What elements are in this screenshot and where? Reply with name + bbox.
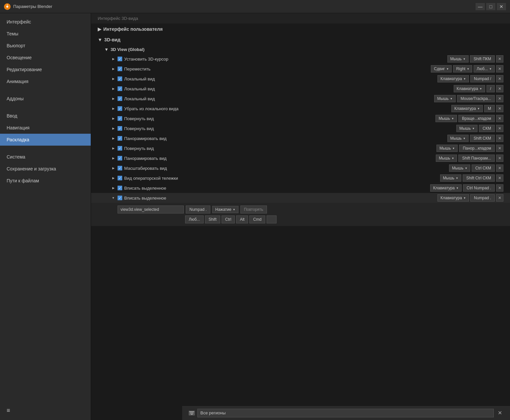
key-fit-1[interactable]: Ctrl Numpad . xyxy=(463,184,495,192)
remove-fit-2[interactable]: ✕ xyxy=(496,194,503,202)
expander-fit-2[interactable]: ▼ xyxy=(111,196,116,200)
sidebar-item-viewport[interactable]: Вьюпорт xyxy=(0,40,91,52)
expander-move[interactable]: ▶ xyxy=(111,67,116,71)
input-type-local-1[interactable]: Клавиатура ▼ xyxy=(437,75,469,82)
input-any-move[interactable]: Люб... ▼ xyxy=(474,65,495,72)
repeat-btn[interactable]: Повторять xyxy=(240,206,267,213)
checkbox-rotate-3[interactable]: ✓ xyxy=(118,146,122,151)
sidebar-item-themes[interactable]: Темы xyxy=(0,28,91,40)
ctrl-modifier-btn[interactable]: Ctrl xyxy=(222,215,235,223)
sidebar-item-navigation[interactable]: Навигация xyxy=(0,122,91,134)
checkbox-local-3[interactable]: ✓ xyxy=(118,96,122,101)
input-type-set-cursor[interactable]: Мышь ▼ xyxy=(447,55,469,63)
maximize-button[interactable]: □ xyxy=(486,3,495,10)
input-type-pan-2[interactable]: Мышь ▼ xyxy=(436,155,457,162)
key-rotate-2[interactable]: СКМ xyxy=(479,125,495,132)
input-dir-move[interactable]: Right ▼ xyxy=(453,65,472,72)
title-bar-controls[interactable]: — □ ✕ xyxy=(476,3,506,10)
key-rotate-1[interactable]: Враще...кпадом xyxy=(458,115,495,122)
expander-rotate-2[interactable]: ▶ xyxy=(111,126,116,131)
filter-icon[interactable] xyxy=(189,411,195,415)
remove-local-1[interactable]: ✕ xyxy=(496,75,503,82)
section-user-interface[interactable]: ▶ Интерфейс пользователя xyxy=(91,24,510,34)
sidebar-item-file-paths[interactable]: Пути к файлам xyxy=(0,175,91,187)
remove-local-2[interactable]: ✕ xyxy=(496,85,503,92)
expander-remove-local[interactable]: ▶ xyxy=(111,106,116,111)
sidebar-item-save-load[interactable]: Сохранение и загрузка xyxy=(0,163,91,175)
input-type-local-3[interactable]: Мышь ▼ xyxy=(434,95,455,102)
input-type-rotate-1[interactable]: Мышь ▼ xyxy=(435,115,457,122)
checkbox-fit-2[interactable]: ✓ xyxy=(118,196,122,200)
key-pan-2[interactable]: Shift Панорам... xyxy=(458,155,495,162)
section-3d-global[interactable]: ▼ 3D View (Global) xyxy=(91,45,510,54)
section-3d-view[interactable]: ▼ 3D-вид xyxy=(91,34,510,45)
key-local-3[interactable]: Mouse/Trackpa... xyxy=(457,95,495,102)
checkbox-move[interactable]: ✓ xyxy=(118,67,122,71)
input-type-fit-1[interactable]: Клавиатура ▼ xyxy=(430,184,462,192)
op-id-input[interactable] xyxy=(118,206,184,213)
checkbox-rotate-2[interactable]: ✓ xyxy=(118,126,122,131)
checkbox-fit-1[interactable]: ✓ xyxy=(118,186,122,190)
input-mod-move[interactable]: Сдвиг ▼ xyxy=(431,65,452,72)
hamburger-menu[interactable]: ≡ xyxy=(0,404,91,417)
remove-remove-local[interactable]: ✕ xyxy=(496,105,503,112)
checkbox-local-1[interactable]: ✓ xyxy=(118,76,122,81)
expander-zoom[interactable]: ▶ xyxy=(111,166,116,170)
input-type-zoom[interactable]: Мышь ▼ xyxy=(449,164,470,172)
sidebar-item-interface[interactable]: Интерфейс xyxy=(0,16,91,28)
sidebar-item-system[interactable]: Система xyxy=(0,151,91,163)
input-type-rotate-2[interactable]: Мышь ▼ xyxy=(456,125,478,132)
remove-set-cursor[interactable]: ✕ xyxy=(496,55,503,63)
remove-pan-1[interactable]: ✕ xyxy=(496,135,503,142)
filter-clear-button[interactable]: ✕ xyxy=(496,410,503,416)
checkbox-rotate-1[interactable]: ✓ xyxy=(118,116,122,121)
sidebar-item-keymap[interactable]: Раскладка xyxy=(0,134,91,146)
shift-modifier-btn[interactable]: Shift xyxy=(205,215,220,223)
minimize-button[interactable]: — xyxy=(476,3,485,10)
expander-fit-1[interactable]: ▶ xyxy=(111,186,116,190)
remove-zoom[interactable]: ✕ xyxy=(496,164,503,172)
remove-local-3[interactable]: ✕ xyxy=(496,95,503,102)
checkbox-zoom[interactable]: ✓ xyxy=(118,166,122,170)
key-zoom[interactable]: Ctrl СКМ xyxy=(472,164,495,172)
remove-dolly[interactable]: ✕ xyxy=(496,174,503,182)
key-remove-local[interactable]: M xyxy=(484,105,495,112)
expander-rotate-3[interactable]: ▶ xyxy=(111,146,116,151)
expander-pan-2[interactable]: ▶ xyxy=(111,156,116,161)
checkbox-set-cursor[interactable]: ✓ xyxy=(118,57,122,61)
key-dolly[interactable]: Shift Ctrl СКМ xyxy=(463,174,495,182)
expander-set-cursor[interactable]: ▶ xyxy=(111,57,116,61)
key-local-1[interactable]: Numpad / xyxy=(470,75,495,82)
extra-modifier-btn[interactable] xyxy=(267,215,277,223)
sidebar-item-editing[interactable]: Редактирование xyxy=(0,64,91,75)
input-type-fit-2[interactable]: Клавиатура▼ xyxy=(437,194,469,202)
remove-rotate-1[interactable]: ✕ xyxy=(496,115,503,122)
checkbox-local-2[interactable]: ✓ xyxy=(118,86,122,91)
sidebar-item-lighting[interactable]: Освещение xyxy=(0,52,91,64)
sidebar-item-animation[interactable]: Анимация xyxy=(0,75,91,87)
expander-rotate-1[interactable]: ▶ xyxy=(111,116,116,121)
input-type-local-2[interactable]: Клавиатура ▼ xyxy=(454,85,485,92)
sidebar-item-input[interactable]: Ввод xyxy=(0,110,91,122)
action-dropdown[interactable]: Нажатие ▼ xyxy=(212,206,238,213)
input-type-pan-1[interactable]: Мышь ▼ xyxy=(447,135,469,142)
sidebar-item-addons[interactable]: Аддоны xyxy=(0,93,91,105)
input-type-remove-local[interactable]: Клавиатура ▼ xyxy=(451,105,483,112)
input-type-dolly[interactable]: Мышь ▼ xyxy=(440,174,461,182)
expander-local-3[interactable]: ▶ xyxy=(111,96,116,101)
key-pan-1[interactable]: Shift СКМ xyxy=(470,135,495,142)
expander-local-2[interactable]: ▶ xyxy=(111,86,116,91)
close-button[interactable]: ✕ xyxy=(497,3,506,10)
remove-move[interactable]: ✕ xyxy=(496,65,503,72)
key-rotate-3[interactable]: Панор...кпадом xyxy=(459,145,495,152)
input-type-rotate-3[interactable]: Мышь ▼ xyxy=(436,145,458,152)
key-local-2[interactable]: / xyxy=(486,85,495,92)
remove-rotate-2[interactable]: ✕ xyxy=(496,125,503,132)
any-modifier-btn[interactable]: Люб... xyxy=(185,215,204,223)
key-set-cursor[interactable]: Shift ПКМ xyxy=(470,55,495,63)
key-fit-2[interactable]: Numpad . xyxy=(470,194,495,202)
expander-local-1[interactable]: ▶ xyxy=(111,76,116,81)
checkbox-remove-local[interactable]: ✓ xyxy=(118,106,122,111)
expander-pan-1[interactable]: ▶ xyxy=(111,136,116,141)
remove-pan-2[interactable]: ✕ xyxy=(496,155,503,162)
